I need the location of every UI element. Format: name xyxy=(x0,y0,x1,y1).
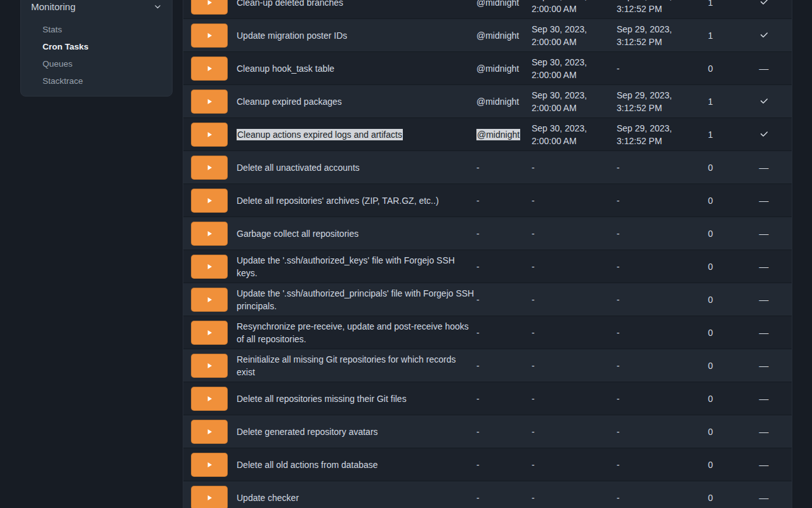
task-status-cell: — xyxy=(736,458,792,471)
task-name-cell: Delete generated repository avatars xyxy=(237,425,476,438)
run-task-button[interactable] xyxy=(191,321,228,345)
task-schedule: - xyxy=(476,493,480,503)
run-task-cell xyxy=(183,321,237,345)
task-schedule: - xyxy=(476,394,480,404)
task-last-run: - xyxy=(617,328,620,338)
run-task-button[interactable] xyxy=(191,486,228,508)
run-task-button[interactable] xyxy=(191,57,228,81)
task-next-run: - xyxy=(532,196,535,206)
run-task-button[interactable] xyxy=(191,354,228,378)
admin-monitoring-page: Monitoring StatsCron TasksQueuesStacktra… xyxy=(0,0,812,508)
run-task-button[interactable] xyxy=(191,90,228,114)
task-executions: 0 xyxy=(708,295,713,305)
no-status-dash: — xyxy=(759,227,769,240)
run-task-button[interactable] xyxy=(191,189,228,213)
task-executions-cell: 1 xyxy=(685,0,736,9)
task-schedule: - xyxy=(476,163,480,173)
run-task-button[interactable] xyxy=(191,156,228,180)
task-last-run-cell: Sep 29, 2023, 3:12:52 PM xyxy=(617,0,685,15)
table-row: Delete all repositories' archives (ZIP, … xyxy=(183,184,792,217)
task-executions: 0 xyxy=(708,229,713,239)
task-next-run: - xyxy=(532,460,535,470)
task-next-run-cell: Sep 30, 2023, 2:00:00 AM xyxy=(532,89,617,114)
task-executions-cell: 0 xyxy=(685,260,736,273)
task-executions: 1 xyxy=(708,130,713,140)
sidebar-item-cron-tasks[interactable]: Cron Tasks xyxy=(31,38,162,55)
task-status-cell: — xyxy=(736,491,792,504)
task-executions: 0 xyxy=(708,361,713,371)
task-schedule-cell: @midnight xyxy=(476,95,532,108)
run-task-button[interactable] xyxy=(191,420,228,444)
task-executions: 1 xyxy=(708,0,713,8)
play-icon xyxy=(207,396,213,402)
check-icon xyxy=(759,97,769,106)
run-task-cell xyxy=(183,23,237,48)
task-status-cell: — xyxy=(736,62,792,75)
no-status-dash: — xyxy=(759,425,769,438)
task-executions-cell: 1 xyxy=(685,128,736,141)
monitoring-section-header[interactable]: Monitoring xyxy=(31,0,162,15)
run-task-cell xyxy=(183,387,237,411)
run-task-button[interactable] xyxy=(191,255,228,279)
table-row: Update checker - - - 0 — xyxy=(183,481,792,508)
task-name: Cleanup expired packages xyxy=(237,97,342,107)
task-executions-cell: 0 xyxy=(685,194,736,207)
task-next-run-cell: - xyxy=(532,194,617,207)
sidebar-item-stats[interactable]: Stats xyxy=(31,21,162,38)
run-task-button[interactable] xyxy=(191,222,228,246)
table-row: Delete all repositories missing their Gi… xyxy=(183,382,792,415)
task-next-run: - xyxy=(532,493,535,503)
task-name-cell: Delete all unactivated accounts xyxy=(237,161,476,174)
table-row: Delete all old actions from database - -… xyxy=(183,448,792,481)
task-executions-cell: 1 xyxy=(685,29,736,42)
table-row: Reinitialize all missing Git repositorie… xyxy=(183,349,792,382)
task-last-run-cell: - xyxy=(617,425,685,438)
task-executions-cell: 0 xyxy=(685,425,736,438)
check-icon xyxy=(759,0,769,7)
run-task-button[interactable] xyxy=(191,0,228,15)
task-schedule: - xyxy=(476,361,480,371)
sidebar-item-queues[interactable]: Queues xyxy=(31,55,162,72)
task-schedule-cell: - xyxy=(476,293,532,306)
task-name-cell: Delete all repositories missing their Gi… xyxy=(237,392,476,405)
task-last-run-cell: - xyxy=(617,293,685,306)
play-icon xyxy=(207,264,213,270)
task-next-run-cell: - xyxy=(532,161,617,174)
task-schedule-cell: @midnight xyxy=(476,0,532,9)
run-task-button[interactable] xyxy=(191,453,228,477)
task-next-run-cell: - xyxy=(532,491,617,504)
task-status-cell xyxy=(736,30,792,40)
task-name-cell: Delete all old actions from database xyxy=(237,458,476,471)
task-status-cell xyxy=(736,130,792,139)
task-schedule-cell: - xyxy=(476,491,532,504)
task-schedule: @midnight xyxy=(476,30,519,41)
task-last-run-cell: - xyxy=(617,62,685,75)
cron-tasks-main: Clean-up deleted branches @midnight Sep … xyxy=(183,0,792,508)
run-task-button[interactable] xyxy=(191,387,228,411)
sidebar-item-stacktrace[interactable]: Stacktrace xyxy=(31,72,162,90)
task-name: Update the '.ssh/authorized_keys' file w… xyxy=(237,255,455,278)
play-icon xyxy=(207,0,213,6)
task-schedule: - xyxy=(476,196,480,206)
run-task-button[interactable] xyxy=(191,23,228,48)
task-name: Clean-up deleted branches xyxy=(237,0,343,8)
run-task-button[interactable] xyxy=(191,123,228,147)
play-icon xyxy=(207,98,213,105)
task-last-run-cell: - xyxy=(617,227,685,240)
chevron-down-icon[interactable] xyxy=(153,2,162,11)
run-task-cell xyxy=(183,354,237,378)
table-row: Update the '.ssh/authorized_principals' … xyxy=(183,283,792,316)
run-task-cell xyxy=(183,0,237,15)
task-name: Delete generated repository avatars xyxy=(237,427,378,437)
task-schedule-cell: - xyxy=(476,227,532,240)
run-task-button[interactable] xyxy=(191,288,228,312)
task-executions-cell: 0 xyxy=(685,326,736,339)
task-name: Delete all unactivated accounts xyxy=(237,163,360,173)
run-task-cell xyxy=(183,486,237,508)
play-icon xyxy=(207,429,213,435)
task-executions: 0 xyxy=(708,394,713,404)
no-status-dash: — xyxy=(759,392,769,405)
table-row: Garbage collect all repositories - - - 0… xyxy=(183,217,792,250)
task-schedule-cell: - xyxy=(476,425,532,438)
no-status-dash: — xyxy=(759,161,769,174)
